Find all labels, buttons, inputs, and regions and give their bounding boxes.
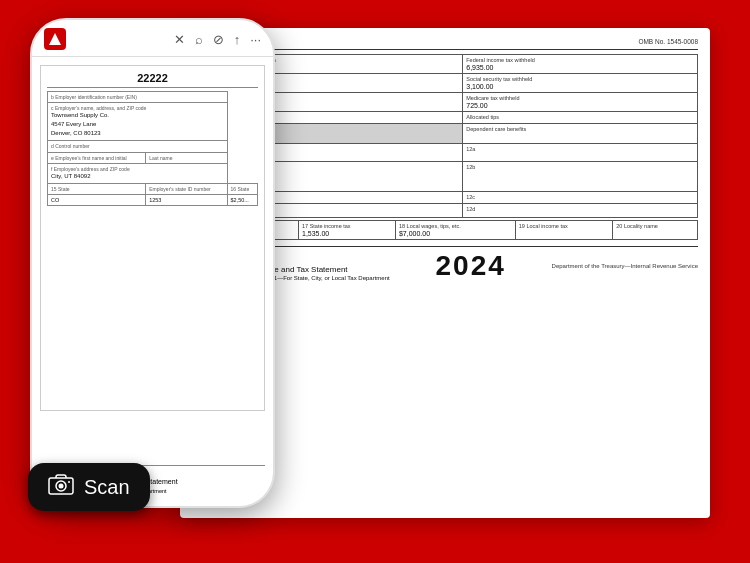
phone-document: 22222 b Employer identification number (… [40, 65, 265, 411]
field-6-label: Medicare tax withheld [466, 95, 694, 101]
bottom-local-income-label: 19 Local income tax [519, 223, 609, 229]
field-2-label: Federal income tax withheld [466, 57, 694, 63]
adobe-icon [44, 28, 66, 50]
phone-screen: ✕ ⌕ ⊘ ↑ ··· 22222 b Employer identificat… [32, 20, 273, 506]
employee-id: 22222 [47, 72, 258, 88]
field-4-label: Social security tax withheld [466, 76, 694, 82]
emp-lastname-label: Last name [149, 155, 223, 161]
emp-firstname-label: e Employee's first name and initial [51, 155, 142, 161]
field-12c-label: 12c [466, 194, 694, 200]
toolbar-icons: ✕ ⌕ ⊘ ↑ ··· [174, 32, 261, 47]
bottom-state-income-label: 17 State income tax [302, 223, 392, 229]
svg-point-2 [59, 484, 64, 489]
field-12a-label: 12a [466, 146, 694, 152]
scan-label: Scan [84, 476, 130, 499]
share-icon[interactable]: ↑ [234, 32, 241, 47]
filter-icon[interactable]: ⊘ [213, 32, 224, 47]
employer-info: Townsend Supply Co. 4547 Every Lane Denv… [51, 111, 224, 138]
close-icon[interactable]: ✕ [174, 32, 185, 47]
search-icon[interactable]: ⌕ [195, 32, 203, 47]
field-12d-label: 12d [466, 206, 694, 212]
w2-dept: Department of the Treasury—Internal Reve… [552, 263, 698, 269]
state-value: CO [48, 195, 146, 206]
more-icon[interactable]: ··· [250, 32, 261, 47]
field-2-value: 6,935.00 [466, 64, 493, 71]
control-label: d Control number [51, 143, 224, 149]
employee-city: City, UT 84092 [51, 172, 224, 181]
scan-button[interactable]: Scan [28, 463, 150, 511]
field-12b-label: 12b [466, 164, 694, 170]
field-6-value: 725.00 [466, 102, 487, 109]
bottom-locality-label: 20 Locality name [616, 223, 694, 229]
state-label: 15 State [51, 186, 142, 192]
w2-year: 2024 [435, 250, 505, 282]
camera-icon [48, 473, 74, 501]
bottom-local-wages-label: 18 Local wages, tips, etc. [399, 223, 512, 229]
w2-copy: Copy 1—For State, City, or Local Tax Dep… [258, 275, 390, 281]
phone-doc-table: b Employer identification number (EIN) c… [47, 91, 258, 206]
field-4-value: 3,100.00 [466, 83, 493, 90]
state-id-value: 1253 [146, 195, 227, 206]
phone-topbar: ✕ ⌕ ⊘ ↑ ··· [32, 20, 273, 57]
ein-label: b Employer identification number (EIN) [51, 94, 224, 100]
state-income-label: 16 State [231, 186, 254, 192]
svg-point-3 [68, 481, 70, 483]
employer-state-id-label: Employer's state ID number [149, 186, 223, 192]
field-10-label: Dependent care benefits [466, 126, 694, 132]
state-wages-value: $2,50... [227, 195, 257, 206]
bottom-local-wages-val: $7,000.00 [399, 230, 430, 237]
omb-number: OMB No. 1545-0008 [638, 38, 698, 45]
phone-mockup: ✕ ⌕ ⊘ ↑ ··· 22222 b Employer identificat… [30, 18, 275, 508]
bottom-state-income-val: 1,535.00 [302, 230, 329, 237]
field-8-label: Allocated tips [466, 114, 694, 120]
